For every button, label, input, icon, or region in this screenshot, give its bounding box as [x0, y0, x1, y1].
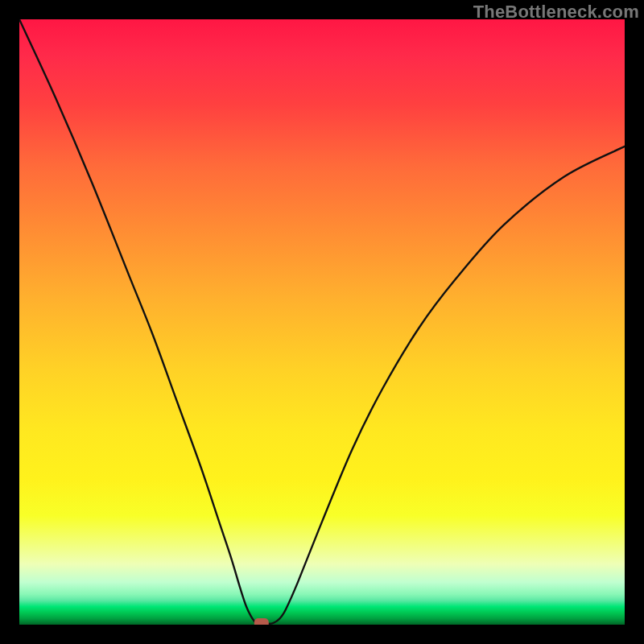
curve-svg — [19, 19, 625, 625]
chart-container: TheBottleneck.com — [0, 0, 644, 644]
minimum-marker — [254, 618, 269, 625]
plot-area — [19, 19, 625, 625]
bottleneck-curve — [19, 19, 625, 625]
